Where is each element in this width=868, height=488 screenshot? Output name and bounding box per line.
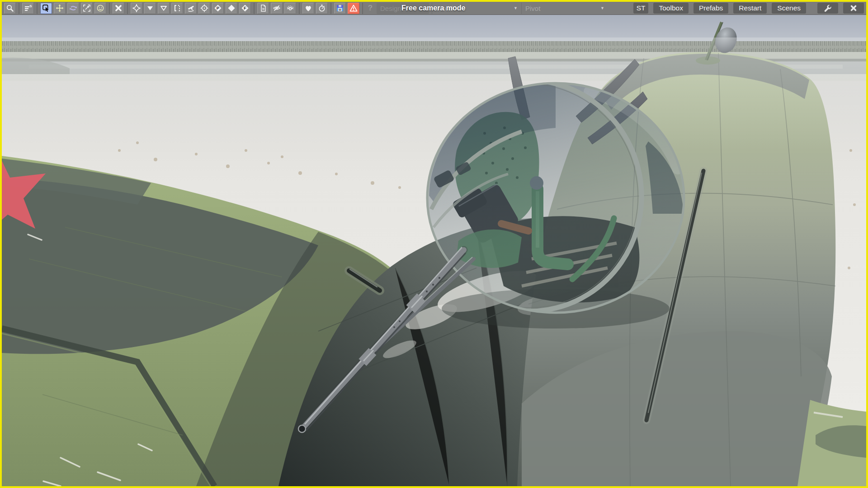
viewport-3d[interactable] [2, 15, 866, 486]
crosshair-button[interactable] [198, 3, 210, 14]
editor-toolbar: S [2, 2, 866, 15]
diamond-f-icon: F [241, 4, 250, 13]
svg-text:P: P [217, 5, 220, 10]
eye-hidden-icon [272, 4, 281, 13]
settings-wrench-button[interactable] [817, 3, 838, 14]
stopwatch-icon [317, 4, 326, 13]
toolbar-right-cluster: ST Toolbox Prefabs Restart Scenes [633, 3, 865, 14]
wrench-icon [823, 4, 832, 13]
heart-button[interactable] [302, 3, 314, 14]
close-icon [849, 4, 858, 12]
diamond-p-icon: P [213, 4, 222, 13]
nav-star-icon [132, 4, 141, 13]
toolbar-separator [330, 3, 331, 14]
toolbar-separator [37, 3, 38, 14]
sort-order-icon: S [24, 4, 33, 13]
warning-button[interactable] [348, 3, 359, 14]
triangle-down-outline-icon [159, 4, 168, 13]
eye-hidden-button[interactable] [271, 3, 283, 14]
restart-button[interactable]: Restart [733, 3, 767, 14]
svg-text:S: S [29, 4, 32, 8]
toolbar-separator [362, 3, 363, 14]
scale-tool-icon [82, 4, 91, 13]
plane-follow-icon [186, 4, 195, 13]
document-icon [259, 4, 268, 13]
screen-frame: S [0, 0, 868, 488]
mirror-icon [173, 4, 182, 13]
diamond-icon [227, 4, 236, 13]
scale-tool-button[interactable] [81, 3, 93, 14]
help-icon: ? [368, 4, 373, 13]
mode-dropdown-value: Designer [380, 5, 407, 12]
rotate-tool-button[interactable] [67, 3, 79, 14]
crosshair-icon [200, 4, 209, 13]
mirror-button[interactable] [171, 3, 183, 14]
sort-order-button[interactable]: S [22, 3, 34, 14]
chevron-down-icon: ▼ [596, 6, 604, 10]
svg-text:F: F [244, 5, 246, 10]
move-tool-button[interactable] [54, 3, 66, 14]
plane-follow-button[interactable] [185, 3, 197, 14]
mode-dropdown[interactable]: Designer [377, 3, 429, 14]
select-tool-icon [42, 4, 51, 13]
delete-x-icon [114, 4, 123, 13]
toolbar-separator [127, 3, 128, 14]
smiley-icon [96, 4, 105, 13]
chevron-down-icon: ▼ [509, 6, 518, 10]
pivot-dropdown[interactable]: Pivot ▼ [521, 3, 608, 14]
scene-svg [2, 15, 866, 486]
toolbar-separator [254, 3, 255, 14]
horizon-fog [2, 38, 866, 150]
eye-visible-icon [286, 4, 295, 13]
world-dropdown-value: World [436, 5, 453, 12]
triangle-down-filled-button[interactable] [144, 3, 156, 14]
diamond-f-button[interactable]: F [239, 3, 251, 14]
nav-star-button[interactable] [131, 3, 142, 14]
smiley-button[interactable] [94, 3, 106, 14]
st-button[interactable]: ST [633, 3, 649, 14]
toolbar-separator [19, 3, 19, 14]
rotate-tool-icon [69, 4, 78, 13]
save-icon [335, 4, 344, 13]
heart-icon [304, 4, 313, 13]
help-button[interactable]: ? [365, 3, 376, 14]
toolbar-separator [299, 3, 300, 14]
pivot-dropdown-value: Pivot [525, 5, 540, 12]
warning-icon [349, 4, 358, 13]
scenes-button[interactable]: Scenes [772, 3, 806, 14]
select-tool-button[interactable] [40, 3, 52, 14]
stopwatch-button[interactable] [316, 3, 328, 14]
close-button[interactable] [843, 3, 864, 14]
move-tool-icon [55, 4, 64, 13]
save-button[interactable] [334, 3, 346, 14]
toolbar-separator [109, 3, 110, 14]
muzzle-bore [298, 425, 306, 432]
eye-visible-button[interactable] [284, 3, 296, 14]
delete-x-button[interactable] [113, 3, 124, 14]
diamond-p-button[interactable]: P [212, 3, 224, 14]
document-button[interactable] [257, 3, 269, 14]
search-button[interactable] [4, 3, 16, 14]
world-dropdown[interactable]: World ▼ [432, 3, 521, 14]
triangle-down-outline-button[interactable] [158, 3, 170, 14]
diamond-button[interactable] [226, 3, 237, 14]
search-icon [5, 4, 14, 13]
toolbox-button[interactable]: Toolbox [653, 3, 688, 14]
triangle-down-filled-icon [146, 4, 155, 13]
prefabs-button[interactable]: Prefabs [693, 3, 728, 14]
